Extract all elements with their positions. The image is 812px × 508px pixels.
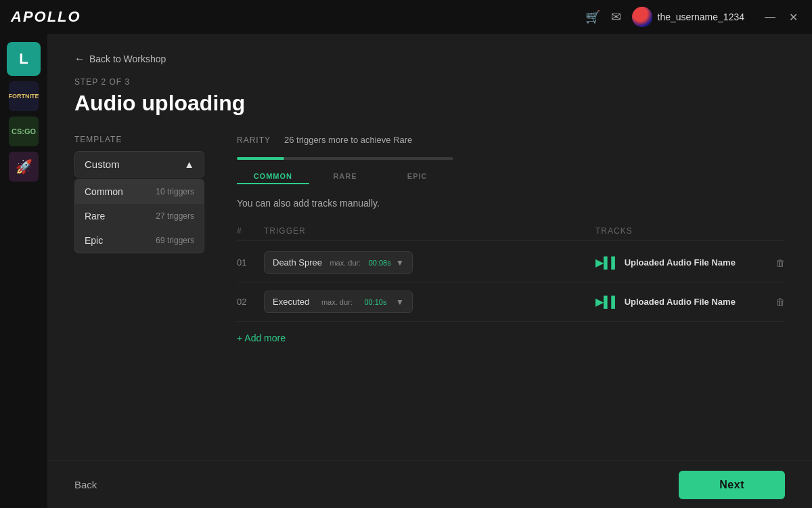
rarity-section: RARITY 26 triggers more to achieve Rare … xyxy=(237,135,785,184)
trigger-name-1: Death Spree xyxy=(273,257,322,268)
epic-triggers-count: 69 triggers xyxy=(156,236,194,245)
row-2-trigger: Executed max. dur: 00:10s ▼ xyxy=(264,291,595,313)
sidebar-item-fortnite[interactable]: FORTNITE xyxy=(9,81,39,111)
trigger-dur-label-1: max. dur: xyxy=(330,259,361,267)
col-header-trigger: TRIGGER xyxy=(264,226,595,236)
tracks-instruction: You can also add tracks manually. xyxy=(237,198,785,209)
right-section: RARITY 26 triggers more to achieve Rare … xyxy=(237,135,785,343)
rarity-tab-epic[interactable]: EPIC xyxy=(381,169,453,184)
template-dropdown-menu: Common 10 triggers Rare 27 triggers Epic… xyxy=(74,179,204,253)
avatar xyxy=(632,7,652,27)
dropdown-option-rare: Rare xyxy=(85,211,105,221)
cart-icon[interactable]: 🛒 xyxy=(585,9,600,24)
add-more-button[interactable]: + Add more xyxy=(237,333,785,343)
trigger-chevron-1: ▼ xyxy=(396,258,404,268)
delete-track-1-button[interactable]: 🗑 xyxy=(775,257,785,268)
sidebar-active-icon: L xyxy=(19,50,28,68)
back-arrow-icon: ← xyxy=(74,53,85,65)
content-row: Template Custom ▲ Common 10 triggers Rar… xyxy=(74,135,785,343)
back-button[interactable]: Back xyxy=(74,479,97,490)
rarity-info: 26 triggers more to achieve Rare xyxy=(284,135,412,145)
rarity-track xyxy=(237,157,453,160)
col-header-num: # xyxy=(237,226,264,236)
trigger-dur-label-2: max. dur: xyxy=(321,298,353,306)
trigger-chevron-2: ▼ xyxy=(396,297,404,307)
rarity-tab-rare[interactable]: RARE xyxy=(309,169,382,184)
trigger-select-1[interactable]: Death Spree max. dur: 00:08s ▼ xyxy=(264,251,413,274)
track-name-2: Uploaded Audio File Name xyxy=(625,297,736,307)
audio-waveform-icon-2: ▶▌▌ xyxy=(595,295,619,308)
username: the_username_1234 xyxy=(658,12,744,22)
template-label: Template xyxy=(74,135,210,144)
trigger-select-2[interactable]: Executed max. dur: 00:10s ▼ xyxy=(264,291,413,313)
template-section: Template Custom ▲ Common 10 triggers Rar… xyxy=(74,135,210,177)
audio-waveform-icon-1: ▶▌▌ xyxy=(595,256,619,269)
window-controls: — ✕ xyxy=(762,9,801,25)
dropdown-item-common[interactable]: Common 10 triggers xyxy=(75,179,204,204)
row-1-track: ▶▌▌ Uploaded Audio File Name 🗑 xyxy=(595,256,785,269)
rarity-bar-container xyxy=(237,157,785,160)
row-1-trigger: Death Spree max. dur: 00:08s ▼ xyxy=(264,251,595,274)
trigger-dur-val-2: 00:10s xyxy=(364,298,386,306)
template-dropdown: Custom ▲ Common 10 triggers Rare 27 trig… xyxy=(74,151,204,177)
back-to-workshop-link[interactable]: ← Back to Workshop xyxy=(74,53,785,65)
page-title: Audio uploading xyxy=(74,91,785,116)
rarity-tabs: COMMON RARE EPIC xyxy=(237,169,453,184)
step-label: STEP 2 OF 3 xyxy=(74,77,785,87)
template-dropdown-button[interactable]: Custom ▲ xyxy=(74,151,204,177)
tracks-section: You can also add tracks manually. # TRIG… xyxy=(237,198,785,343)
user-profile[interactable]: the_username_1234 xyxy=(632,7,744,27)
chevron-up-icon: ▲ xyxy=(184,158,194,170)
next-button[interactable]: Next xyxy=(679,471,785,499)
sidebar-item-csgo[interactable]: CS:GO xyxy=(9,117,39,146)
bottom-bar: Back Next xyxy=(47,461,812,508)
dropdown-option-common: Common xyxy=(85,186,123,197)
table-header: # TRIGGER TRACKS xyxy=(237,222,785,240)
rarity-tab-common[interactable]: COMMON xyxy=(237,169,309,184)
trigger-dur-val-1: 00:08s xyxy=(369,259,391,267)
common-triggers-count: 10 triggers xyxy=(156,187,194,196)
rarity-fill xyxy=(237,157,284,160)
dropdown-item-epic[interactable]: Epic 69 triggers xyxy=(75,228,204,253)
minimize-button[interactable]: — xyxy=(762,9,778,25)
titlebar-right: 🛒 ✉ the_username_1234 — ✕ xyxy=(585,7,801,27)
track-name-1: Uploaded Audio File Name xyxy=(625,257,736,268)
sidebar: L FORTNITE CS:GO 🚀 xyxy=(0,34,47,508)
table-row: 01 Death Spree max. dur: 00:08s ▼ ▶▌▌ Up… xyxy=(237,243,785,282)
app-logo: APOLLO xyxy=(11,8,81,26)
close-button[interactable]: ✕ xyxy=(785,9,801,25)
sidebar-item-active[interactable]: L xyxy=(7,42,41,76)
fortnite-label: FORTNITE xyxy=(9,93,39,100)
table-row: 02 Executed max. dur: 00:10s ▼ ▶▌▌ Uploa… xyxy=(237,282,785,322)
main-content: ← Back to Workshop STEP 2 OF 3 Audio upl… xyxy=(47,34,812,508)
csgo-label: CS:GO xyxy=(12,127,36,135)
rocket-icon: 🚀 xyxy=(16,158,32,175)
rare-triggers-count: 27 triggers xyxy=(156,211,194,221)
titlebar: APOLLO 🛒 ✉ the_username_1234 — ✕ xyxy=(0,0,812,34)
trigger-name-2: Executed xyxy=(273,297,309,307)
template-selected-value: Custom xyxy=(85,158,120,170)
col-header-tracks: TRACKS xyxy=(595,226,785,236)
delete-track-2-button[interactable]: 🗑 xyxy=(775,297,785,308)
row-2-num: 02 xyxy=(237,297,264,307)
row-1-num: 01 xyxy=(237,257,264,268)
dropdown-item-rare[interactable]: Rare 27 triggers xyxy=(75,204,204,228)
mail-icon[interactable]: ✉ xyxy=(611,9,621,24)
dropdown-option-epic: Epic xyxy=(85,235,103,246)
rarity-label: RARITY xyxy=(237,135,271,145)
back-link-label: Back to Workshop xyxy=(89,54,166,64)
sidebar-item-rocket[interactable]: 🚀 xyxy=(9,152,39,182)
row-2-track: ▶▌▌ Uploaded Audio File Name 🗑 xyxy=(595,295,785,308)
